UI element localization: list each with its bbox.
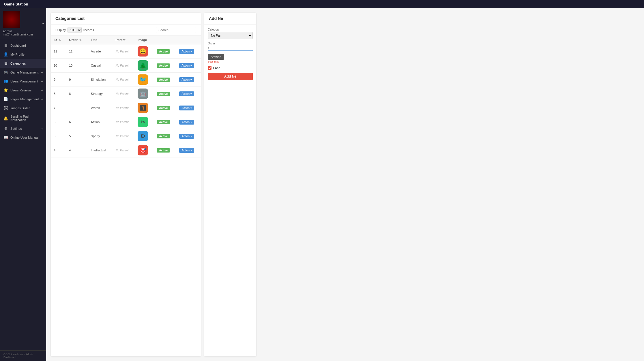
sidebar-item-sending-push[interactable]: 🔔 Sending Push Notification: [0, 112, 46, 124]
cell-title: Words: [88, 101, 113, 115]
cell-title: Sporty: [88, 129, 113, 143]
action-button-5[interactable]: Action ▾: [179, 134, 194, 139]
sidebar-item-categories[interactable]: ⊞ Categories: [0, 59, 46, 68]
action-button-11[interactable]: Action ▾: [179, 49, 194, 54]
add-new-panel: Add Ne Category No Par Order Browse Best…: [204, 13, 256, 356]
panel-title: Categories List: [51, 13, 201, 25]
nav-label-settings: Settings: [10, 127, 22, 130]
nav-icon-dashboard: ⊞: [3, 43, 8, 48]
status-badge: Active: [157, 92, 170, 96]
col-parent: Parent: [113, 36, 135, 44]
sidebar-item-settings[interactable]: ⚙ Settings +: [0, 124, 46, 133]
sidebar-item-users-management[interactable]: 👥 Users Management +: [0, 77, 46, 86]
cell-id: 10: [51, 59, 66, 73]
panel-toolbar: Display 100 25 50 records: [51, 25, 201, 36]
email: inw24.com@gmail.com: [3, 33, 43, 36]
table-row: 7 1 Words No Parent 🅰 Active Action ▾: [51, 101, 201, 115]
add-form: Category No Par Order Browse Best imag E…: [204, 25, 256, 84]
sort-icon-id: ⇅: [59, 39, 61, 42]
table-row: 4 4 Intellectual No Parent 🎯 Active Acti…: [51, 143, 201, 157]
category-image-8: 🤖: [138, 89, 148, 99]
add-new-button[interactable]: Add Ne: [208, 73, 253, 80]
cell-action: Action ▾: [176, 73, 201, 87]
nav-icon-game-management: 🎮: [3, 70, 8, 74]
browse-button[interactable]: Browse: [208, 54, 224, 60]
main-layout: admin inw24.com@gmail.com ▾ ⊞ Dashboard …: [0, 8, 644, 361]
enabled-checkbox[interactable]: [208, 66, 211, 70]
nav-icon-users-reviews: ⭐: [3, 88, 8, 92]
category-image-4: 🎯: [138, 145, 148, 155]
enabled-label: Enab: [213, 66, 220, 70]
search-input[interactable]: [156, 27, 196, 33]
order-input[interactable]: [208, 46, 253, 51]
cell-title: Simulation: [88, 73, 113, 87]
order-label: Order: [208, 42, 253, 45]
table-row: 10 10 Casual No Parent 🌲 Active Action ▾: [51, 59, 201, 73]
cell-order: 1: [66, 101, 88, 115]
cell-action: Action ▾: [176, 59, 201, 73]
sort-icon-order: ⇅: [79, 39, 82, 42]
cell-status: Active: [154, 87, 176, 101]
order-group: Order: [208, 42, 253, 51]
nav-plus-game-management[interactable]: +: [41, 70, 43, 75]
cell-action: Action ▾: [176, 44, 201, 59]
category-image-10: 🌲: [138, 60, 148, 71]
action-button-7[interactable]: Action ▾: [179, 106, 194, 110]
cell-id: 9: [51, 73, 66, 87]
username: admin: [3, 29, 43, 33]
chevron-icon: ▾: [190, 121, 192, 124]
action-button-4[interactable]: Action ▾: [179, 148, 194, 153]
table-row: 5 5 Sporty No Parent ⚙ Active Action ▾: [51, 129, 201, 143]
add-panel-title: Add Ne: [204, 13, 256, 25]
nav-icon-users-management: 👥: [3, 79, 8, 83]
nav-label-sending-push: Sending Push Notification: [10, 115, 43, 122]
nav-plus-pages-management[interactable]: +: [41, 97, 43, 101]
nav-icon-online-user-manual: 📖: [3, 135, 8, 140]
category-image-5: ⚙: [138, 131, 148, 141]
category-image-7: 🅰: [138, 103, 148, 113]
cell-parent: No Parent: [113, 101, 135, 115]
sidebar-footer: © 2019 inw24.com Admin Dashboard: [0, 350, 46, 361]
nav-icon-sending-push: 🔔: [3, 116, 8, 121]
cell-id: 8: [51, 87, 66, 101]
action-button-9[interactable]: Action ▾: [179, 77, 194, 82]
table-row: 9 9 Simulation No Parent 🐦 Active Action…: [51, 73, 201, 87]
status-badge: Active: [157, 120, 170, 124]
sidebar: admin inw24.com@gmail.com ▾ ⊞ Dashboard …: [0, 8, 46, 361]
status-badge: Active: [157, 78, 170, 82]
action-button-6[interactable]: Action ▾: [179, 120, 194, 125]
nav-plus-users-reviews[interactable]: +: [41, 88, 43, 93]
sidebar-item-game-management[interactable]: 🎮 Game Management +: [0, 68, 46, 77]
sidebar-item-my-profile[interactable]: 👤 My Profile: [0, 50, 46, 59]
cell-order: 8: [66, 87, 88, 101]
cell-image: ⚙: [135, 129, 154, 143]
sidebar-item-dashboard[interactable]: ⊞ Dashboard: [0, 41, 46, 50]
sidebar-item-pages-management[interactable]: 📄 Pages Management +: [0, 95, 46, 104]
nav-label-my-profile: My Profile: [10, 53, 25, 56]
col-image: Image: [135, 36, 154, 44]
col-title: Title: [88, 36, 113, 44]
sidebar-item-users-reviews[interactable]: ⭐ Users Reviews +: [0, 86, 46, 95]
cell-order: 4: [66, 143, 88, 157]
category-image-9: 🐦: [138, 74, 148, 85]
cell-status: Active: [154, 101, 176, 115]
display-select[interactable]: 100 25 50: [68, 27, 82, 33]
cell-status: Active: [154, 129, 176, 143]
status-badge: Active: [157, 106, 170, 110]
nav-plus-settings[interactable]: +: [41, 126, 43, 131]
sidebar-item-images-slider[interactable]: 🖼 Images Slider: [0, 104, 46, 112]
sidebar-item-online-user-manual[interactable]: 📖 Online User Manual: [0, 133, 46, 142]
category-select[interactable]: No Par: [208, 32, 253, 39]
content-area: Categories List Display 100 25 50 record…: [46, 8, 644, 361]
cell-parent: No Parent: [113, 59, 135, 73]
image-group: Browse Best imag: [208, 54, 253, 63]
action-button-8[interactable]: Action ▾: [179, 91, 194, 96]
table-body: 11 11 Arcade No Parent 😀 Active Action ▾…: [51, 44, 201, 157]
cell-order: 11: [66, 44, 88, 59]
nav-plus-users-management[interactable]: +: [41, 79, 43, 84]
action-button-10[interactable]: Action ▾: [179, 63, 194, 68]
chevron-icon: ▾: [190, 78, 192, 81]
cell-title: Strategy: [88, 87, 113, 101]
cell-action: Action ▾: [176, 101, 201, 115]
topbar: Game Station: [0, 0, 644, 8]
